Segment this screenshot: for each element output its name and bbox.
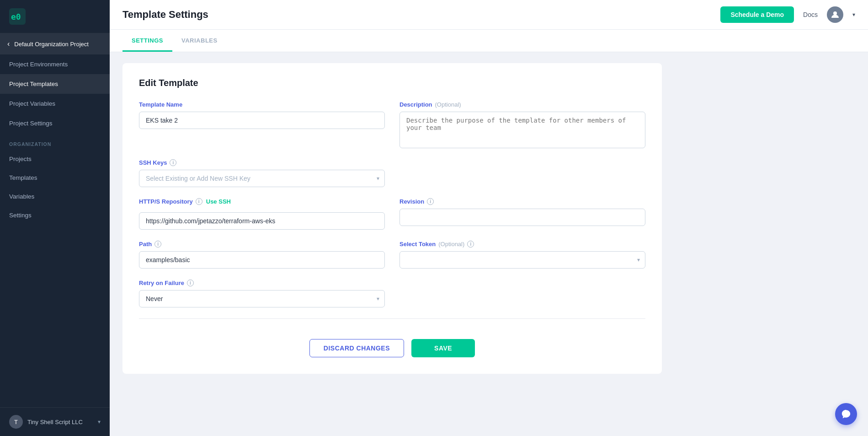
ssh-keys-label: SSH Keys i bbox=[139, 159, 385, 166]
back-button[interactable]: ‹ Default Organization Project bbox=[0, 33, 110, 54]
svg-text:e0: e0 bbox=[11, 12, 21, 22]
form-divider bbox=[139, 318, 645, 319]
use-ssh-link[interactable]: Use SSH bbox=[206, 198, 231, 205]
edit-template-card: Edit Template Template Name Description … bbox=[122, 63, 662, 374]
ssh-keys-placeholder-group bbox=[399, 159, 645, 187]
sidebar-item-project-variables[interactable]: Project Variables bbox=[0, 94, 110, 113]
sidebar-item-settings[interactable]: Settings bbox=[0, 206, 110, 225]
http-repo-group: HTTP/S Repository i Use SSH bbox=[139, 198, 385, 230]
retry-info-icon[interactable]: i bbox=[187, 280, 194, 286]
http-repo-input[interactable] bbox=[139, 212, 385, 230]
form-row-repo-revision: HTTP/S Repository i Use SSH Revision i bbox=[139, 198, 645, 230]
form-row-retry: Retry on Failure i Never Once Twice Thre… bbox=[139, 280, 645, 307]
template-name-label: Template Name bbox=[139, 101, 385, 108]
ssh-keys-info-icon[interactable]: i bbox=[170, 159, 176, 166]
select-token-select[interactable] bbox=[399, 251, 645, 269]
ssh-keys-group: SSH Keys i Select Existing or Add New SS… bbox=[139, 159, 385, 187]
save-button[interactable]: SAVE bbox=[411, 339, 475, 357]
discard-changes-button[interactable]: DISCARD CHANGES bbox=[309, 339, 404, 357]
svg-point-2 bbox=[833, 11, 837, 15]
retry-select-wrapper: Never Once Twice Three times ▾ bbox=[139, 290, 385, 307]
path-input[interactable] bbox=[139, 251, 385, 269]
description-textarea[interactable] bbox=[399, 112, 645, 148]
page-title: Template Settings bbox=[122, 9, 208, 21]
sidebar-item-project-settings[interactable]: Project Settings bbox=[0, 113, 110, 133]
card-title: Edit Template bbox=[139, 78, 645, 88]
sidebar-item-templates[interactable]: Templates bbox=[0, 168, 110, 187]
sidebar-item-projects[interactable]: Projects bbox=[0, 150, 110, 168]
logo-area: e0 bbox=[0, 0, 110, 33]
sidebar: e0 ‹ Default Organization Project Projec… bbox=[0, 0, 110, 436]
select-token-wrapper: ▾ bbox=[399, 251, 645, 269]
user-avatar[interactable] bbox=[827, 6, 843, 23]
sidebar-item-variables[interactable]: Variables bbox=[0, 187, 110, 206]
http-repo-label: HTTP/S Repository i bbox=[139, 198, 202, 205]
chat-icon bbox=[841, 409, 851, 419]
page-header: Template Settings Schedule a Demo Docs ▾ bbox=[110, 0, 868, 30]
logo-icon: e0 bbox=[9, 8, 26, 25]
select-token-label: Select Token (Optional) i bbox=[399, 241, 645, 248]
form-row-path-token: Path i Select Token (Optional) i bbox=[139, 241, 645, 269]
http-repo-info-icon[interactable]: i bbox=[196, 198, 202, 205]
chat-support-button[interactable] bbox=[835, 403, 857, 425]
page-content: Edit Template Template Name Description … bbox=[110, 52, 868, 436]
revision-info-icon[interactable]: i bbox=[427, 198, 434, 205]
revision-group: Revision i bbox=[399, 198, 645, 230]
retry-group: Retry on Failure i Never Once Twice Thre… bbox=[139, 280, 385, 307]
tab-variables[interactable]: VARIABLES bbox=[172, 30, 227, 52]
sidebar-item-project-environments[interactable]: Project Environments bbox=[0, 54, 110, 74]
docs-link[interactable]: Docs bbox=[803, 11, 818, 18]
schedule-demo-button[interactable]: Schedule a Demo bbox=[720, 6, 794, 23]
description-group: Description (Optional) bbox=[399, 101, 645, 148]
org-switcher[interactable]: T Tiny Shell Script LLC ▾ bbox=[0, 407, 110, 436]
path-info-icon[interactable]: i bbox=[154, 241, 161, 248]
form-row-ssh: SSH Keys i Select Existing or Add New SS… bbox=[139, 159, 645, 187]
project-name: Default Organization Project bbox=[14, 41, 89, 48]
description-label: Description (Optional) bbox=[399, 101, 645, 108]
revision-input[interactable] bbox=[399, 209, 645, 226]
template-name-input[interactable] bbox=[139, 112, 385, 129]
sidebar-item-project-templates[interactable]: Project Templates bbox=[0, 74, 110, 94]
select-token-group: Select Token (Optional) i ▾ bbox=[399, 241, 645, 269]
main-content: Template Settings Schedule a Demo Docs ▾… bbox=[110, 0, 868, 436]
user-menu-chevron-icon[interactable]: ▾ bbox=[852, 11, 855, 18]
org-chevron-icon: ▾ bbox=[98, 419, 101, 425]
ssh-keys-select[interactable]: Select Existing or Add New SSH Key bbox=[139, 170, 385, 187]
org-avatar: T bbox=[9, 415, 23, 429]
tab-settings[interactable]: SETTINGS bbox=[122, 30, 172, 52]
tabs-bar: SETTINGS VARIABLES bbox=[110, 30, 868, 52]
back-arrow-icon: ‹ bbox=[7, 40, 10, 48]
http-label-row: HTTP/S Repository i Use SSH bbox=[139, 198, 385, 205]
org-name-label: Tiny Shell Script LLC bbox=[27, 419, 93, 425]
template-name-group: Template Name bbox=[139, 101, 385, 148]
form-footer: DISCARD CHANGES SAVE bbox=[139, 330, 645, 359]
header-actions: Schedule a Demo Docs ▾ bbox=[720, 6, 855, 23]
select-token-info-icon[interactable]: i bbox=[467, 241, 474, 248]
retry-select[interactable]: Never Once Twice Three times bbox=[139, 290, 385, 307]
revision-label: Revision i bbox=[399, 198, 645, 205]
ssh-keys-select-wrapper: Select Existing or Add New SSH Key ▾ bbox=[139, 170, 385, 187]
org-section-label: ORGANIZATION bbox=[0, 133, 110, 150]
form-row-name-desc: Template Name Description (Optional) bbox=[139, 101, 645, 148]
path-group: Path i bbox=[139, 241, 385, 269]
path-label: Path i bbox=[139, 241, 385, 248]
retry-placeholder-group bbox=[399, 280, 645, 307]
retry-label: Retry on Failure i bbox=[139, 280, 385, 286]
